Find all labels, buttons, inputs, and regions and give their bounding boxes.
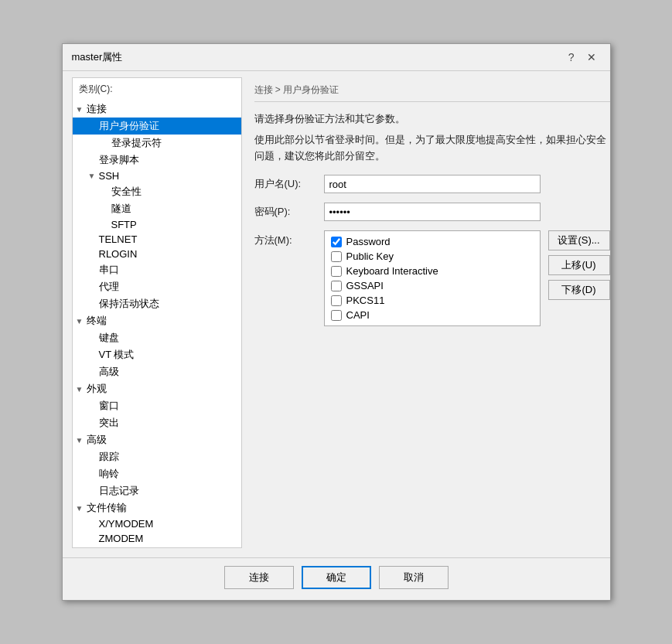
method-label-KeyboardInteractive: Keyboard Interactive xyxy=(346,265,438,277)
tree-item-保持活动状态[interactable]: 保持活动状态 xyxy=(73,295,241,312)
move-up-button[interactable]: 上移(U) xyxy=(548,255,610,275)
dialog-title: master属性 xyxy=(72,50,123,64)
tree-item-ZMODEM[interactable]: ZMODEM xyxy=(73,531,241,546)
tree-item-label: 外观 xyxy=(87,382,107,396)
method-checkbox-PKCS11[interactable] xyxy=(331,295,342,306)
desc2: 使用此部分以节省登录时间。但是，为了最大限度地提高安全性，如果担心安全问题，建议… xyxy=(254,132,610,165)
tree-item-SFTP[interactable]: SFTP xyxy=(73,217,241,232)
category-label: 类别(C): xyxy=(73,78,241,99)
tree-item-label: 日志记录 xyxy=(99,484,139,498)
method-checkbox-KeyboardInteractive[interactable] xyxy=(331,266,342,277)
title-bar: master属性 ? ✕ xyxy=(63,44,610,71)
tree-item-label: X/YMODEM xyxy=(99,518,154,530)
tree-item-键盘[interactable]: 键盘 xyxy=(73,329,241,346)
method-label-PublicKey: Public Key xyxy=(346,250,394,262)
username-row: 用户名(U): xyxy=(254,175,610,193)
method-option-PublicKey[interactable]: Public Key xyxy=(331,250,534,262)
tree-item-登录脚本[interactable]: 登录脚本 xyxy=(73,152,241,169)
expander-icon: ▼ xyxy=(88,172,99,180)
tree-item-用户身份验证[interactable]: 用户身份验证 xyxy=(73,118,241,135)
expander-icon: ▼ xyxy=(76,385,87,394)
password-label: 密码(P): xyxy=(254,205,324,219)
method-box: PasswordPublic KeyKeyboard InteractiveGS… xyxy=(324,230,541,326)
tree-item-终端[interactable]: ▼终端 xyxy=(73,312,241,329)
tree-item-安全性[interactable]: 安全性 xyxy=(73,183,241,200)
tree-item-label: 串口 xyxy=(99,263,119,277)
tree-item-TELNET[interactable]: TELNET xyxy=(73,232,241,247)
expander-icon: ▼ xyxy=(76,436,87,445)
tree-item-SSH[interactable]: ▼SSH xyxy=(73,169,241,183)
tree-item-窗口[interactable]: 窗口 xyxy=(73,397,241,414)
tree: ▼连接用户身份验证登录提示符登录脚本▼SSH安全性隧道SFTPTELNETRLO… xyxy=(73,99,241,547)
left-panel: 类别(C): ▼连接用户身份验证登录提示符登录脚本▼SSH安全性隧道SFTPTE… xyxy=(72,77,242,548)
tree-item-外观[interactable]: ▼外观 xyxy=(73,380,241,397)
expander-icon: ▼ xyxy=(76,317,87,325)
tree-item-label: 登录脚本 xyxy=(99,153,139,167)
tree-item-label: 连接 xyxy=(87,102,107,116)
tree-item-label: 突出 xyxy=(99,416,119,430)
method-checkbox-CAPI[interactable] xyxy=(331,310,342,321)
tree-item-label: 安全性 xyxy=(111,185,142,199)
method-buttons: 设置(S)... 上移(U) 下移(D) xyxy=(548,230,610,300)
tree-item-label: VT 模式 xyxy=(99,348,135,362)
cancel-button[interactable]: 取消 xyxy=(379,566,449,589)
tree-item-隧道[interactable]: 隧道 xyxy=(73,200,241,217)
tree-item-高级[interactable]: 高级 xyxy=(73,363,241,380)
tree-item-label: 跟踪 xyxy=(99,450,119,464)
close-button[interactable]: ✕ xyxy=(582,50,601,64)
tree-item-label: 隧道 xyxy=(111,202,131,216)
tree-item-RLOGIN[interactable]: RLOGIN xyxy=(73,247,241,261)
password-input[interactable] xyxy=(324,203,541,221)
tree-item-label: 登录提示符 xyxy=(111,136,162,150)
tree-item-label: 高级 xyxy=(87,433,107,447)
method-label-Password: Password xyxy=(346,236,391,247)
move-down-button[interactable]: 下移(D) xyxy=(548,280,610,300)
ok-button[interactable]: 确定 xyxy=(302,566,371,589)
tree-item-label: SFTP xyxy=(111,219,137,230)
connect-button[interactable]: 连接 xyxy=(224,566,294,589)
tree-item-label: 窗口 xyxy=(99,399,119,413)
tree-item-label: ZMODEM xyxy=(99,533,144,544)
method-row: 方法(M): PasswordPublic KeyKeyboard Intera… xyxy=(254,230,610,326)
expander-icon: ▼ xyxy=(76,105,87,114)
method-option-Password[interactable]: Password xyxy=(331,236,534,247)
tree-item-label: 文件传输 xyxy=(87,501,127,515)
tree-item-文件传输[interactable]: ▼文件传输 xyxy=(73,499,241,516)
expander-icon: ▼ xyxy=(76,504,87,513)
tree-item-登录提示符[interactable]: 登录提示符 xyxy=(73,135,241,152)
help-button[interactable]: ? xyxy=(564,50,579,64)
method-checkbox-Password[interactable] xyxy=(331,237,342,247)
tree-item-X/YMODEM[interactable]: X/YMODEM xyxy=(73,516,241,531)
tree-item-label: TELNET xyxy=(99,233,138,245)
tree-item-label: 用户身份验证 xyxy=(99,119,159,133)
title-bar-buttons: ? ✕ xyxy=(564,50,601,64)
tree-item-串口[interactable]: 串口 xyxy=(73,261,241,278)
tree-item-响铃[interactable]: 响铃 xyxy=(73,465,241,482)
tree-item-连接[interactable]: ▼连接 xyxy=(73,101,241,118)
method-checkbox-GSSAPI[interactable] xyxy=(331,281,342,291)
tree-item-label: 终端 xyxy=(87,314,107,328)
tree-item-label: RLOGIN xyxy=(99,248,138,260)
main-dialog: master属性 ? ✕ 类别(C): ▼连接用户身份验证登录提示符登录脚本▼S… xyxy=(62,43,611,601)
tree-item-label: 高级 xyxy=(99,365,119,379)
method-option-KeyboardInteractive[interactable]: Keyboard Interactive xyxy=(331,265,534,277)
tree-item-高级2[interactable]: ▼高级 xyxy=(73,431,241,448)
tree-item-代理[interactable]: 代理 xyxy=(73,278,241,295)
tree-item-突出[interactable]: 突出 xyxy=(73,414,241,431)
method-checkbox-PublicKey[interactable] xyxy=(331,251,342,262)
method-label-PKCS11: PKCS11 xyxy=(346,295,385,306)
method-option-PKCS11[interactable]: PKCS11 xyxy=(331,295,534,306)
method-option-CAPI[interactable]: CAPI xyxy=(331,309,534,321)
settings-button[interactable]: 设置(S)... xyxy=(548,230,610,250)
method-label-CAPI: CAPI xyxy=(346,309,370,321)
tree-item-label: 保持活动状态 xyxy=(99,297,159,311)
method-option-GSSAPI[interactable]: GSSAPI xyxy=(331,280,534,291)
tree-item-VT 模式[interactable]: VT 模式 xyxy=(73,346,241,363)
tree-item-label: 键盘 xyxy=(99,331,119,345)
tree-item-跟踪[interactable]: 跟踪 xyxy=(73,448,241,465)
desc1: 请选择身份验证方法和其它参数。 xyxy=(254,111,610,128)
dialog-body: 类别(C): ▼连接用户身份验证登录提示符登录脚本▼SSH安全性隧道SFTPTE… xyxy=(63,71,610,557)
tree-item-日志记录[interactable]: 日志记录 xyxy=(73,482,241,499)
username-input[interactable] xyxy=(324,175,541,193)
breadcrumb: 连接 > 用户身份验证 xyxy=(254,77,610,102)
